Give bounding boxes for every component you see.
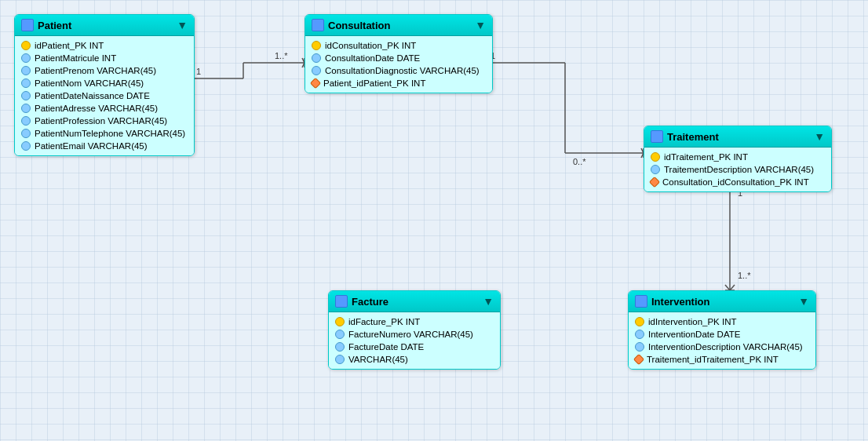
facture-table: Facture ▼ idFacture_PK INT FactureNumero… <box>328 290 501 370</box>
traitement-table: Traitement ▼ idTraitement_PK INT Traitem… <box>644 126 832 192</box>
field-icon <box>21 129 31 138</box>
consultation-header: Consultation ▼ <box>305 15 492 36</box>
field-text: Consultation_idConsultation_PK INT <box>662 177 809 187</box>
field-text: idConsultation_PK INT <box>325 41 416 50</box>
svg-line-25 <box>725 285 730 290</box>
field-text: idTraitement_PK INT <box>664 152 748 162</box>
field-text: PatientMatricule INT <box>35 53 116 63</box>
field-row: idTraitement_PK INT <box>644 151 831 163</box>
facture-header: Facture ▼ <box>329 291 500 312</box>
field-text: PatientDateNaissance DATE <box>35 91 150 100</box>
pk-icon <box>635 317 644 326</box>
field-icon <box>21 53 31 63</box>
field-icon <box>21 66 31 75</box>
intervention-body: idIntervention_PK INT InterventionDate D… <box>629 312 815 369</box>
table-icon <box>312 19 324 31</box>
field-row: idFacture_PK INT <box>329 315 500 328</box>
field-icon <box>312 66 321 75</box>
field-text: Traitement_idTraitement_PK INT <box>647 355 779 364</box>
facture-body: idFacture_PK INT FactureNumero VARCHAR(4… <box>329 312 500 369</box>
consultation-table: Consultation ▼ idConsultation_PK INT Con… <box>305 14 493 93</box>
field-icon <box>21 91 31 100</box>
facture-title: Facture <box>352 296 388 308</box>
consultation-title: Consultation <box>328 20 390 31</box>
intervention-title: Intervention <box>651 296 709 308</box>
field-row: PatientEmail VARCHAR(45) <box>15 140 194 152</box>
patient-table: Patient ▼ idPatient_PK INT PatientMatric… <box>14 14 195 156</box>
field-text: Patient_idPatient_PK INT <box>323 78 425 88</box>
field-row: PatientNumTelephone VARCHAR(45) <box>15 127 194 140</box>
intervention-table: Intervention ▼ idIntervention_PK INT Int… <box>628 290 816 370</box>
field-text: PatientNumTelephone VARCHAR(45) <box>35 129 185 138</box>
field-text: ConsultationDate DATE <box>325 53 420 63</box>
pk-icon <box>651 152 660 162</box>
field-row: PatientNom VARCHAR(45) <box>15 77 194 89</box>
svg-line-26 <box>730 285 735 290</box>
field-text: FactureNumero VARCHAR(45) <box>348 330 473 339</box>
pk-icon <box>335 317 345 326</box>
header-arrow: ▼ <box>483 295 494 308</box>
field-text: idFacture_PK INT <box>348 317 420 326</box>
svg-text:1..*: 1..* <box>275 51 288 60</box>
field-text: PatientNom VARCHAR(45) <box>35 78 144 88</box>
fk-icon <box>310 78 321 89</box>
header-arrow: ▼ <box>177 19 188 31</box>
field-icon <box>635 330 644 339</box>
field-row: Traitement_idTraitement_PK INT <box>629 353 815 366</box>
field-row: VARCHAR(45) <box>329 353 500 366</box>
field-row: InterventionDescription VARCHAR(45) <box>629 341 815 353</box>
field-text: PatientPrenom VARCHAR(45) <box>35 66 156 75</box>
field-icon <box>21 116 31 126</box>
field-text: PatientEmail VARCHAR(45) <box>35 141 148 151</box>
intervention-header: Intervention ▼ <box>629 291 815 312</box>
field-row: PatientProfession VARCHAR(45) <box>15 115 194 127</box>
field-row: ConsultationDate DATE <box>305 52 492 64</box>
pk-icon <box>312 41 321 50</box>
field-row: idConsultation_PK INT <box>305 39 492 52</box>
traitement-title: Traitement <box>667 131 719 143</box>
patient-header: Patient ▼ <box>15 15 194 36</box>
table-icon <box>335 295 348 308</box>
field-text: FactureDate DATE <box>348 342 424 352</box>
field-row: FactureNumero VARCHAR(45) <box>329 328 500 341</box>
svg-text:1..*: 1..* <box>738 271 751 280</box>
field-icon <box>21 104 31 113</box>
field-text: PatientProfession VARCHAR(45) <box>35 116 167 126</box>
fk-icon <box>633 354 644 365</box>
table-icon <box>635 295 647 308</box>
header-arrow: ▼ <box>814 130 825 143</box>
patient-title: Patient <box>38 20 71 31</box>
field-icon <box>335 342 345 352</box>
field-text: PatientAdresse VARCHAR(45) <box>35 104 158 113</box>
svg-text:1: 1 <box>196 67 201 76</box>
traitement-header: Traitement ▼ <box>644 126 831 148</box>
field-row: idIntervention_PK INT <box>629 315 815 328</box>
field-icon <box>335 355 345 364</box>
field-icon <box>21 141 31 151</box>
header-arrow: ▼ <box>798 295 809 308</box>
field-row: PatientPrenom VARCHAR(45) <box>15 64 194 77</box>
field-row: InterventionDate DATE <box>629 328 815 341</box>
svg-text:0..*: 0..* <box>573 157 586 166</box>
field-text: VARCHAR(45) <box>348 355 408 364</box>
field-text: InterventionDescription VARCHAR(45) <box>648 342 803 352</box>
field-icon <box>635 342 644 352</box>
field-icon <box>21 78 31 88</box>
pk-icon <box>21 41 31 50</box>
table-icon <box>651 130 663 143</box>
field-text: InterventionDate DATE <box>648 330 740 339</box>
field-text: idIntervention_PK INT <box>648 317 737 326</box>
consultation-body: idConsultation_PK INT ConsultationDate D… <box>305 36 492 93</box>
field-icon <box>335 330 345 339</box>
traitement-body: idTraitement_PK INT TraitementDescriptio… <box>644 148 831 191</box>
field-icon <box>651 165 660 174</box>
field-text: idPatient_PK INT <box>35 41 104 50</box>
table-icon <box>21 19 34 31</box>
fk-icon <box>649 177 660 188</box>
field-row: PatientAdresse VARCHAR(45) <box>15 102 194 115</box>
field-row: TraitementDescription VARCHAR(45) <box>644 163 831 176</box>
field-text: TraitementDescription VARCHAR(45) <box>664 165 814 174</box>
field-text: ConsultationDiagnostic VARCHAR(45) <box>325 66 480 75</box>
header-arrow: ▼ <box>475 19 486 31</box>
field-row: Consultation_idConsultation_PK INT <box>644 176 831 188</box>
